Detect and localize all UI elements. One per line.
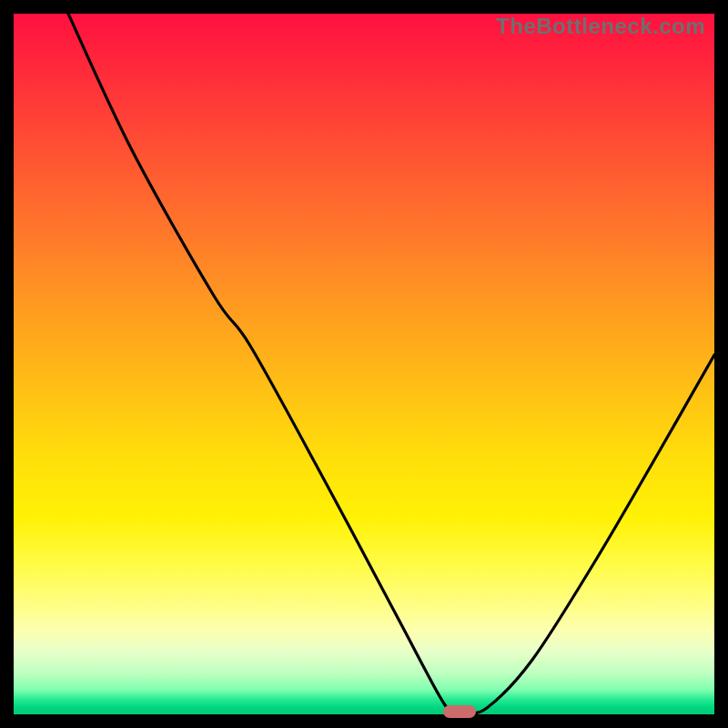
plot-area: TheBottleneck.com xyxy=(14,14,714,714)
bottleneck-curve-svg xyxy=(14,14,714,714)
chart-container: TheBottleneck.com xyxy=(0,0,728,728)
bottleneck-curve xyxy=(68,14,714,713)
optimum-marker xyxy=(443,705,476,718)
